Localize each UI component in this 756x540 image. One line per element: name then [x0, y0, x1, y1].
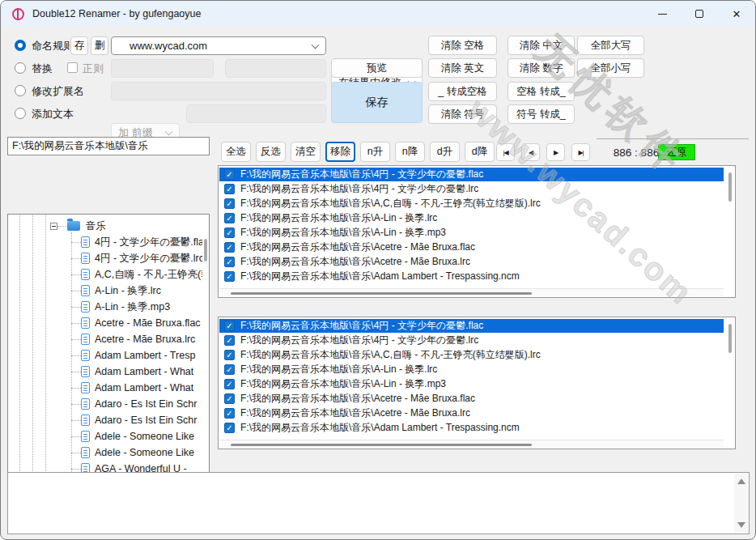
clear-english-button[interactable]: 清除 英文 [428, 58, 497, 78]
tree-item[interactable]: Acetre - Mãe Bruxa.flac [8, 315, 202, 331]
date-ascending-button[interactable]: d升 [430, 142, 460, 162]
invert-selection-button[interactable]: 反选 [256, 142, 286, 162]
replace-from-input[interactable] [111, 59, 214, 78]
remove-button[interactable]: 移除 [325, 142, 355, 162]
tree-item[interactable]: A,C,自嗨 - 不凡-王铮亮(韩立结婴版).lrc [8, 266, 202, 283]
preview-button[interactable]: 预览 [331, 58, 423, 78]
folder-path-input[interactable]: F:\我的网易云音乐本地版\音乐 [7, 137, 210, 155]
regex-checkbox[interactable] [67, 62, 78, 73]
list-item[interactable]: ✓F:\我的网易云音乐本地版\音乐\Acetre - Mãe Bruxa.fla… [219, 240, 724, 254]
last-page-button[interactable]: ▶| [571, 143, 590, 161]
list-item[interactable]: ✓F:\我的网易云音乐本地版\音乐\4円 - 文学少年の憂鬱.flac [219, 319, 724, 333]
list-item[interactable]: ✓F:\我的网易云音乐本地版\音乐\4円 - 文学少年の憂鬱.flac [219, 168, 724, 181]
checkbox-checked-icon[interactable]: ✓ [224, 169, 235, 180]
list-horizontal-scrollbar[interactable] [219, 440, 724, 448]
checkbox-checked-icon[interactable]: ✓ [224, 364, 235, 375]
tree-item[interactable]: 4円 - 文学少年の憂鬱.lrc [8, 250, 202, 266]
rule-pattern-combobox[interactable]: www.wycad.com [111, 36, 326, 55]
radio-rename-rule[interactable] [15, 40, 26, 51]
list-item[interactable]: ✓F:\我的网易云音乐本地版\音乐\4円 - 文学少年の憂鬱.lrc [219, 334, 724, 347]
list-item[interactable]: ✓F:\我的网易云音乐本地版\音乐\Acetre - Mãe Bruxa.fla… [219, 392, 724, 406]
checkbox-checked-icon[interactable]: ✓ [224, 335, 235, 346]
first-page-button[interactable]: |◀ [496, 143, 515, 161]
tree-item[interactable]: Adam Lambert - What [8, 364, 202, 380]
scroll-down-icon[interactable] [737, 522, 745, 528]
checkbox-checked-icon[interactable]: ✓ [224, 198, 235, 209]
list-item[interactable]: ✓F:\我的网易云音乐本地版\音乐\A,C,自嗨 - 不凡-王铮亮(韩立结婴版)… [219, 197, 724, 210]
delete-rule-button[interactable]: 删 [91, 36, 108, 55]
next-page-button[interactable]: ▶ [546, 143, 565, 161]
scroll-up-icon[interactable] [737, 478, 745, 484]
clear-digits-button[interactable]: 清除 数字 [508, 58, 575, 78]
checkbox-checked-icon[interactable]: ✓ [224, 321, 235, 331]
checkbox-checked-icon[interactable]: ✓ [224, 213, 235, 223]
list-item[interactable]: ✓F:\我的网易云音乐本地版\音乐\Adam Lambert - Trespas… [219, 421, 724, 435]
replace-to-input[interactable] [225, 59, 326, 78]
list-item[interactable]: ✓F:\我的网易云音乐本地版\音乐\A-Lin - 换季.lrc [219, 211, 724, 225]
checkbox-checked-icon[interactable]: ✓ [224, 350, 235, 360]
checkbox-checked-icon[interactable]: ✓ [224, 393, 235, 404]
list-item[interactable]: ✓F:\我的网易云音乐本地版\音乐\A,C,自嗨 - 不凡-王铮亮(韩立结婴版)… [219, 348, 724, 362]
clear-symbols-button[interactable]: 清除 符号 [428, 104, 497, 124]
tree-item[interactable]: Adaro - Es Ist Ein Schr [8, 396, 202, 412]
list-item[interactable]: ✓F:\我的网易云音乐本地版\音乐\A-Lin - 换季.mp3 [219, 226, 724, 240]
radio-add-text[interactable] [15, 108, 26, 119]
minimize-button[interactable] [643, 1, 681, 27]
previous-page-button[interactable]: ◀ [521, 143, 540, 161]
lowercase-button[interactable]: 全部小写 [577, 58, 644, 78]
tree-item[interactable]: Adele - Someone Like [8, 428, 202, 444]
list-item[interactable]: ✓F:\我的网易云音乐本地版\音乐\Acetre - Mãe Bruxa.lrc [219, 406, 724, 420]
clear-chinese-button[interactable]: 清除 中文 [508, 36, 575, 55]
checkbox-checked-icon[interactable]: ✓ [224, 227, 235, 238]
checkbox-checked-icon[interactable]: ✓ [224, 423, 235, 433]
tree-folder-row[interactable]: 音乐 [8, 218, 202, 234]
save-button[interactable]: 保存 [331, 82, 423, 123]
list-vertical-scrollbar-thumb[interactable] [728, 324, 732, 353]
restore-button[interactable]: 还原 [658, 144, 695, 160]
tree-item[interactable]: Adaro - Es Ist Ein Schr [8, 412, 202, 428]
tree-item[interactable]: A-Lin - 换季.mp3 [8, 299, 202, 315]
list-horizontal-scrollbar[interactable] [219, 288, 724, 296]
list-item[interactable]: ✓F:\我的网易云音乐本地版\音乐\A-Lin - 换季.lrc [219, 363, 724, 376]
tree-item[interactable]: Acetre - Mãe Bruxa.lrc [8, 331, 202, 347]
name-ascending-button[interactable]: n升 [360, 142, 390, 162]
tree-item[interactable]: 4円 - 文学少年の憂鬱.flac [8, 234, 202, 250]
list-item[interactable]: ✓F:\我的网易云音乐本地版\音乐\Acetre - Mãe Bruxa.lrc [219, 255, 724, 269]
list-item[interactable]: ✓F:\我的网易云音乐本地版\音乐\4円 - 文学少年の憂鬱.lrc [219, 182, 724, 196]
collapse-icon[interactable] [50, 223, 57, 230]
close-button[interactable]: ✕ [718, 1, 755, 27]
date-descending-button[interactable]: d降 [465, 142, 495, 162]
radio-change-ext[interactable] [15, 85, 26, 96]
tree-item[interactable]: A-Lin - 换季.lrc [8, 283, 202, 299]
clear-space-button[interactable]: 清除 空格 [428, 36, 497, 55]
space-to-underscore-button[interactable]: 空格 转成_ [508, 82, 575, 101]
underscore-to-space-button[interactable]: _ 转成空格 [428, 82, 497, 101]
checkbox-checked-icon[interactable]: ✓ [224, 271, 235, 282]
output-vertical-scrollbar[interactable] [734, 474, 748, 533]
checkbox-checked-icon[interactable]: ✓ [224, 379, 235, 389]
tree-vertical-scrollbar-thumb[interactable] [204, 239, 207, 261]
checkbox-checked-icon[interactable]: ✓ [224, 242, 235, 253]
checkbox-checked-icon[interactable]: ✓ [224, 257, 235, 267]
list-horizontal-scrollbar-thumb[interactable] [231, 444, 532, 446]
list-horizontal-scrollbar-thumb[interactable] [231, 292, 532, 295]
maximize-button[interactable] [681, 1, 718, 27]
list-vertical-scrollbar-thumb[interactable] [728, 172, 732, 202]
list-item[interactable]: ✓F:\我的网易云音乐本地版\音乐\Adam Lambert - Trespas… [219, 270, 724, 283]
checkbox-checked-icon[interactable]: ✓ [224, 408, 235, 419]
list-item[interactable]: ✓F:\我的网易云音乐本地版\音乐\A-Lin - 换季.mp3 [219, 377, 724, 391]
uppercase-button[interactable]: 全部大写 [577, 36, 644, 55]
radio-replace[interactable] [15, 62, 26, 74]
checkbox-checked-icon[interactable]: ✓ [224, 184, 235, 194]
clear-list-button[interactable]: 清空 [291, 142, 321, 162]
symbol-to-underscore-button[interactable]: 符号 转成_ [508, 104, 575, 124]
tree-item[interactable]: Adam Lambert - Tresp [8, 347, 202, 364]
log-output-box[interactable] [7, 472, 750, 534]
change-ext-input[interactable] [111, 82, 326, 100]
tree-item[interactable]: Adam Lambert - What [8, 380, 202, 396]
name-descending-button[interactable]: n降 [395, 142, 425, 162]
add-text-input[interactable] [186, 104, 326, 123]
save-rule-button[interactable]: 存 [70, 36, 88, 55]
tree-item[interactable]: Adele - Someone Like [8, 444, 202, 461]
select-all-button[interactable]: 全选 [221, 142, 251, 162]
